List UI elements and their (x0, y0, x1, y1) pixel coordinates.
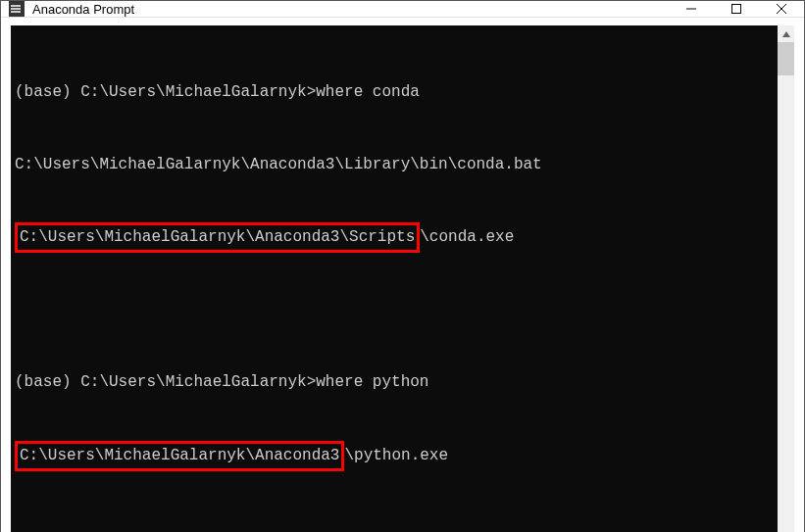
terminal-line: (base) C:\Users\MichaelGalarnyk>where py… (15, 370, 774, 395)
minimize-button[interactable] (669, 1, 714, 17)
scroll-up-arrow[interactable] (778, 25, 794, 42)
highlighted-path: C:\Users\MichaelGalarnyk\Anaconda3\Scrip… (15, 222, 420, 253)
app-icon (9, 1, 25, 17)
output-text: \python.exe (344, 447, 448, 464)
command-text: where python (316, 373, 428, 391)
maximize-button[interactable] (714, 1, 759, 17)
svg-rect-1 (732, 5, 741, 14)
close-button[interactable] (759, 1, 804, 17)
terminal-line: (base) C:\Users\MichaelGalarnyk>where co… (15, 80, 774, 105)
output-text: C:\Users\MichaelGalarnyk\Anaconda3\Libra… (15, 156, 542, 173)
prompt-text: (base) C:\Users\MichaelGalarnyk> (15, 83, 316, 101)
output-text: \conda.exe (420, 228, 514, 246)
highlighted-path: C:\Users\MichaelGalarnyk\Anaconda3 (15, 441, 344, 471)
blank-line (15, 516, 774, 532)
terminal-container: (base) C:\Users\MichaelGalarnyk>where co… (1, 18, 804, 532)
scroll-thumb[interactable] (778, 42, 794, 75)
terminal-line: C:\Users\MichaelGalarnyk\Anaconda3\pytho… (15, 444, 774, 468)
vertical-scrollbar[interactable] (778, 25, 794, 532)
prompt-text: (base) C:\Users\MichaelGalarnyk> (15, 373, 316, 391)
window-controls (669, 1, 804, 17)
window-frame: Anaconda Prompt (base) C:\Users\MichaelG… (0, 0, 805, 532)
title-bar[interactable]: Anaconda Prompt (1, 1, 804, 18)
terminal-output[interactable]: (base) C:\Users\MichaelGalarnyk>where co… (11, 25, 778, 532)
terminal-line: C:\Users\MichaelGalarnyk\Anaconda3\Scrip… (15, 225, 774, 250)
terminal-line: C:\Users\MichaelGalarnyk\Anaconda3\Libra… (15, 153, 774, 177)
blank-line (15, 299, 774, 322)
command-text: where conda (316, 83, 420, 101)
window-title: Anaconda Prompt (32, 2, 669, 17)
